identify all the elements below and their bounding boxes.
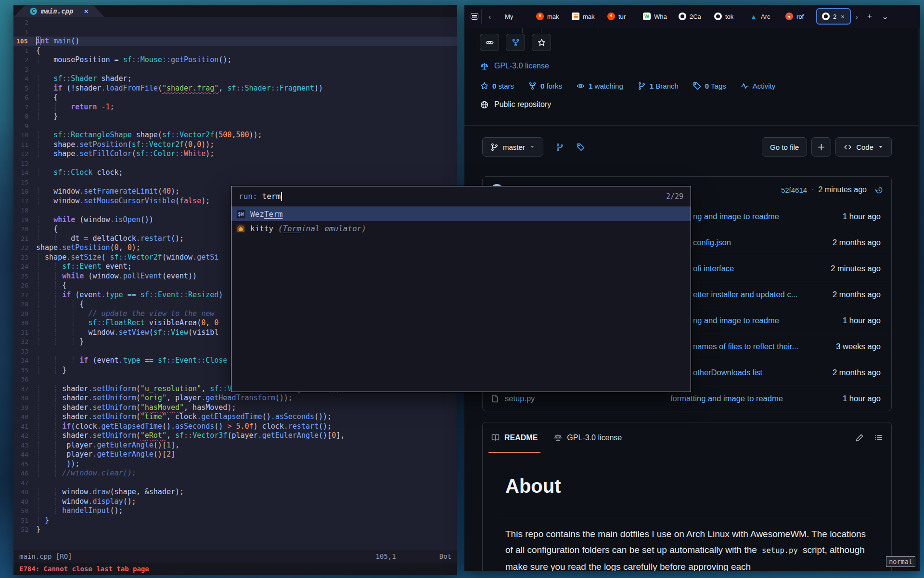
line-number: 2 (13, 18, 36, 27)
branches-link-icon[interactable] (556, 143, 564, 151)
browser-tab-rof[interactable]: rof (781, 8, 815, 25)
branch-selector-button[interactable]: master (482, 137, 543, 157)
tags-link-icon[interactable] (577, 143, 585, 151)
rofi-search-input[interactable]: term (262, 192, 281, 201)
stat-activity[interactable]: Activity (741, 82, 776, 90)
file-commit-message-link[interactable]: etter installer and updated c... (693, 281, 797, 307)
code-line[interactable]: 11┊ shape.setPosition(sf::Vector2f(0,0))… (13, 140, 457, 150)
code-line[interactable]: 3 (13, 65, 457, 75)
file-commit-message-link[interactable]: otherDownloads list (693, 359, 762, 385)
browser-tab-my[interactable]: My (496, 8, 530, 25)
code-line[interactable]: 5┊ if (!shader.loadFromFile("shader.frag… (13, 84, 457, 93)
code-line[interactable]: 52} (13, 525, 457, 534)
code-line[interactable]: 8┊ } (13, 112, 457, 121)
code-line[interactable]: 9 (13, 121, 457, 131)
go-to-file-button[interactable]: Go to file (762, 137, 807, 157)
code-line[interactable]: 47 (13, 478, 457, 488)
line-number: 6 (13, 93, 36, 103)
branch-icon (490, 143, 499, 151)
code-line[interactable]: 38┊ ┊ shader.setUniform("orig", player.g… (13, 394, 457, 403)
edit-readme-icon[interactable] (856, 434, 864, 442)
editor-tab-close-icon[interactable]: ✕ (84, 7, 88, 15)
inline-code-setup-py: setup.py (759, 545, 800, 556)
code-text: ┊ ┊ sf::Event event; (36, 262, 132, 272)
editor-error-message: E784: Cannot close last tab page (13, 563, 457, 575)
code-line[interactable]: 49┊ ┊ window.display(); (13, 497, 457, 507)
browser-tab-wha[interactable]: WWha (638, 8, 673, 25)
code-line[interactable]: 10┊ sf::RectangleShape shape(sf::Vector2… (13, 131, 457, 140)
tabs-scroll-right-icon[interactable]: › (852, 13, 862, 21)
code-line[interactable]: 39┊ ┊ shader.setUniform("hasMoved", hasM… (13, 403, 457, 413)
browser-tab-tur[interactable]: tur (603, 8, 637, 25)
code-line-current[interactable]: 105int main() (13, 37, 457, 46)
code-line[interactable]: 43┊ ┊ player.getEulerAngle()[1], (13, 441, 457, 450)
code-line[interactable]: 1{ (13, 46, 457, 56)
code-line[interactable]: 4┊ sf::Shader shader; (13, 74, 457, 84)
fork-button[interactable] (506, 34, 525, 51)
browser-scrollbar[interactable] (918, 28, 920, 571)
add-file-button[interactable] (811, 137, 831, 157)
code-line[interactable]: 44┊ ┊ player.getEulerAngle()[2] (13, 450, 457, 460)
scale-icon (554, 434, 562, 442)
browser-tab-mak[interactable]: mak (531, 8, 566, 25)
file-commit-message-link[interactable]: config.json (693, 229, 731, 255)
commit-history-icon[interactable] (875, 186, 883, 194)
code-line[interactable]: 13 (13, 159, 457, 169)
code-line[interactable]: 14┊ sf::Clock clock; (13, 168, 457, 178)
file-commit-message-link[interactable]: ng and image to readme (693, 307, 779, 333)
code-line[interactable]: 45┊ ┊ )); (13, 460, 457, 469)
browser-tab-arc[interactable]: ▲Arc (745, 8, 780, 25)
watch-button[interactable] (480, 34, 499, 51)
code-line[interactable]: 1 (13, 27, 457, 37)
sidebar-toggle-icon[interactable] (467, 9, 482, 24)
so-favicon-icon (572, 13, 579, 20)
file-commit-message-link[interactable]: ng and image to readme (693, 203, 779, 229)
new-tab-button[interactable]: + (863, 12, 876, 21)
stat-tags[interactable]: 0 Tags (693, 82, 726, 90)
file-commit-message-link[interactable]: names of files to reflect their... (693, 333, 798, 359)
clipped-header-buttons (522, 28, 599, 33)
code-line[interactable]: 40┊ ┊ shader.setUniform("time", clock.ge… (13, 412, 457, 422)
code-line[interactable]: 51┊ } (13, 516, 457, 525)
code-line[interactable]: 46┊ ┊ //window.clear(); (13, 469, 457, 478)
code-line[interactable]: 42┊ ┊ shader.setUniform("eRot", sf::Vect… (13, 431, 457, 441)
stat-branch[interactable]: 1 Branch (638, 82, 679, 90)
commit-sha-link[interactable]: 52f4614 (781, 186, 807, 194)
browser-tab-tok[interactable]: tok (709, 8, 744, 25)
code-line[interactable]: 12┊ shape.setFillColor(sf::Color::White)… (13, 149, 457, 159)
stat-stars[interactable]: 0 stars (480, 82, 514, 90)
code-line[interactable]: 6┊ { (13, 93, 457, 103)
rofi-prompt-row[interactable]: run: term 2/29 (231, 186, 691, 207)
code-text: ┊ ┊ shader.setUniform("orig", player.get… (36, 394, 293, 403)
file-commit-message-link[interactable]: ofi interface (693, 255, 734, 281)
code-line[interactable]: 50┊ ┊ handelInput(); (13, 506, 457, 516)
readme-tab-gpl-3-0-license[interactable]: GPL-3.0 license (554, 422, 622, 453)
browser-tab-active[interactable]: 2× (816, 8, 851, 25)
readme-tab-readme[interactable]: README (491, 422, 538, 453)
line-number: 22 (13, 243, 36, 253)
browser-tab-2ca[interactable]: 2Ca (674, 8, 708, 25)
line-number: 5 (13, 84, 36, 93)
code-button[interactable]: Code (835, 137, 892, 157)
outline-icon[interactable] (874, 434, 883, 442)
stat-watching[interactable]: 1 watching (577, 82, 623, 90)
code-line[interactable]: 2 (13, 18, 457, 27)
rofi-result-kitty[interactable]: kitty (Terminal emulator) (231, 221, 691, 236)
code-line[interactable]: 41┊ ┊ if(clock.getElapsedTime().asSecond… (13, 422, 457, 432)
browser-tab-mak[interactable]: mak (567, 8, 602, 25)
tab-list-dropdown-icon[interactable]: ⌄ (877, 12, 893, 22)
stat-forks[interactable]: 0 forks (528, 82, 562, 90)
code-text: ┊ ┊ ┊ } (36, 337, 84, 347)
editor-tab-main-cpp[interactable]: C main.cpp ✕ (13, 5, 104, 17)
star-button[interactable] (532, 34, 551, 51)
fork-icon (528, 82, 537, 90)
code-line[interactable]: 2┊ mousePosition = sf::Mouse::getPositio… (13, 55, 457, 65)
tabs-scroll-left-icon[interactable]: ‹ (485, 13, 495, 21)
code-line[interactable]: 48┊ ┊ window.draw(shape, &shader); (13, 487, 457, 497)
line-number: 25 (13, 272, 36, 281)
code-line[interactable]: 7┊ ┊ return -1; (13, 103, 457, 112)
license-link[interactable]: GPL-3.0 license (480, 62, 549, 70)
rofi-result-wez[interactable]: $WWezTerm (231, 207, 691, 221)
tab-close-icon[interactable]: × (841, 13, 845, 20)
globe-icon (480, 101, 488, 109)
